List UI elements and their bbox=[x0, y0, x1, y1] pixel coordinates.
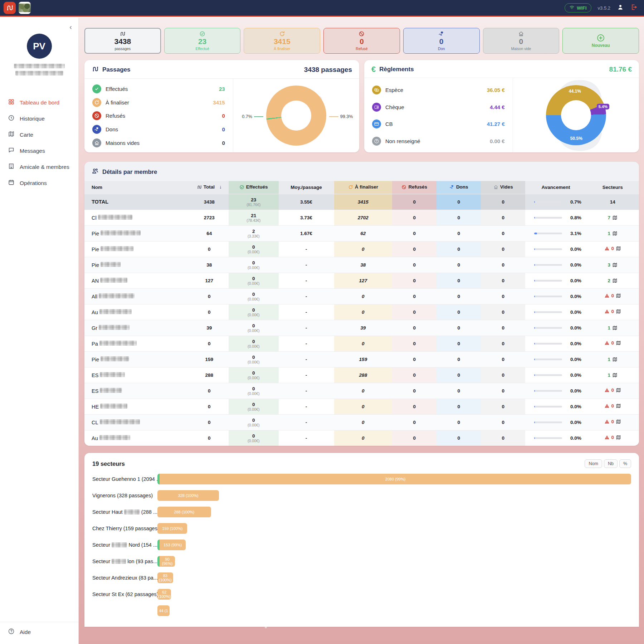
logout-icon[interactable] bbox=[630, 4, 638, 12]
sort-arrow-icon[interactable]: ↓ bbox=[219, 184, 222, 190]
sort-button-nom[interactable]: Nom bbox=[585, 459, 602, 468]
table-row[interactable]: HE00(0.00€)-00000.0%0 bbox=[84, 399, 639, 414]
member-name-redacted bbox=[100, 372, 125, 377]
sort-button-[interactable]: % bbox=[619, 459, 631, 468]
stat-card-maison-vide[interactable]: 0Maison vide bbox=[483, 28, 560, 54]
sector-bar[interactable]: 2080 (99%) bbox=[157, 474, 631, 484]
sort-button-nb[interactable]: Nb bbox=[604, 459, 618, 468]
sector-bar[interactable]: 83 (100%) bbox=[157, 572, 173, 583]
stat-card-passages[interactable]: 3438passages bbox=[84, 28, 161, 54]
table-row[interactable]: ES2880(0.00€)-2880000.0%1 bbox=[84, 367, 639, 383]
stat-card-nouveau[interactable]: Nouveau bbox=[562, 28, 639, 54]
refuses-cell: 0 bbox=[392, 414, 436, 430]
sector-map-link[interactable]: 0 bbox=[604, 340, 621, 346]
sector-bar-area: 153 (99%) bbox=[157, 540, 631, 550]
table-row[interactable]: Pie1590(0.00€)-1590000.0%1 bbox=[84, 351, 639, 367]
column-header-total[interactable]: Total↓ bbox=[190, 181, 229, 194]
avancement-cell: 0.0% bbox=[525, 304, 586, 320]
table-row-total[interactable]: TOTAL343823(81.76€)3.55€34150000.7%14 bbox=[84, 194, 639, 210]
stat-card-don[interactable]: 0Don bbox=[403, 28, 480, 54]
column-header-vides[interactable]: Vides bbox=[481, 181, 525, 194]
column-header--finaliser[interactable]: À finaliser bbox=[334, 181, 392, 194]
reglements-donut-chart: € 44.1%5.4%50.5% bbox=[513, 78, 639, 152]
wifi-badge[interactable]: WIFI bbox=[565, 3, 591, 13]
sector-map-link[interactable]: 1 bbox=[608, 325, 618, 331]
secteurs-cell: 0 bbox=[586, 430, 639, 446]
sector-map-link[interactable]: 0 bbox=[604, 435, 621, 440]
panel-list-item: Chèque4.44 € bbox=[372, 103, 505, 112]
table-row[interactable]: AN1270(0.00€)-1270000.0%2 bbox=[84, 273, 639, 288]
column-header-secteurs[interactable]: Secteurs bbox=[586, 181, 639, 194]
sidebar-item-amicale-membres[interactable]: Amicale & membres bbox=[0, 159, 78, 175]
panel-title: Passages bbox=[102, 66, 130, 73]
sector-map-link[interactable]: 0 bbox=[604, 309, 621, 314]
column-header-moy-passage[interactable]: Moy./passage bbox=[279, 181, 334, 194]
sector-bar[interactable]: 44 (1 bbox=[157, 605, 170, 616]
table-row[interactable]: Pie380(0.00€)-380000.0%3 bbox=[84, 257, 639, 273]
panel-item-value: 36.05 € bbox=[487, 87, 505, 93]
sector-bar[interactable]: 153 (99%) bbox=[157, 540, 186, 550]
stat-card-refus-[interactable]: 0Refusé bbox=[323, 28, 400, 54]
column-header-dons[interactable]: Dons bbox=[436, 181, 481, 194]
column-header-label: Moy./passage bbox=[291, 185, 322, 190]
sectors-title: 19 secteurs bbox=[92, 460, 125, 467]
sector-map-link[interactable]: 1 bbox=[608, 231, 618, 236]
user-icon[interactable] bbox=[617, 4, 624, 12]
sector-map-link[interactable]: 0 bbox=[604, 403, 621, 409]
sector-map-link[interactable]: 0 bbox=[604, 419, 621, 424]
operation-photo-thumbnail[interactable] bbox=[19, 2, 31, 14]
table-row[interactable]: All00(0.00€)-00000.0%0 bbox=[84, 288, 639, 304]
sidebar-item-carte[interactable]: Carte bbox=[0, 127, 78, 143]
table-row[interactable]: Au00(0.00€)-00000.0%0 bbox=[84, 304, 639, 320]
total-cell: 288 bbox=[190, 367, 229, 383]
column-header-effectu-s[interactable]: Effectués bbox=[229, 181, 279, 194]
progress-bar: 0.0% bbox=[525, 388, 586, 394]
table-row[interactable]: Gr390(0.00€)-390000.0%1 bbox=[84, 320, 639, 336]
table-row[interactable]: CL00(0.00€)-00000.0%0 bbox=[84, 414, 639, 430]
table-row[interactable]: ES00(0.00€)-00000.0%0 bbox=[84, 383, 639, 399]
sidebar-collapse-icon[interactable]: ‹ bbox=[69, 24, 72, 29]
route-icon bbox=[92, 65, 99, 74]
sector-map-link[interactable]: 2 bbox=[608, 278, 618, 283]
sidebar-item-tableau-de-bord[interactable]: Tableau de bord bbox=[0, 94, 78, 111]
stat-card-effectu-[interactable]: 23Effectué bbox=[164, 28, 241, 54]
sector-map-link[interactable]: 1 bbox=[608, 372, 618, 378]
stat-card-label: Refusé bbox=[356, 47, 367, 51]
column-header-avancement[interactable]: Avancement bbox=[525, 181, 586, 194]
sidebar-item-aide[interactable]: Aide bbox=[0, 622, 78, 644]
column-header-nom[interactable]: Nom bbox=[84, 181, 190, 194]
column-header-content: Nom bbox=[92, 185, 102, 190]
member-name-redacted bbox=[99, 341, 137, 346]
sidebar: ‹ PV Tableau de bordHistoriqueCarteMessa… bbox=[0, 18, 79, 644]
app-logo-icon[interactable] bbox=[4, 2, 16, 14]
table-row[interactable]: Pie642(3.33€)1.67€620003.1%1 bbox=[84, 225, 639, 241]
sector-map-link[interactable]: 3 bbox=[608, 262, 618, 268]
block-icon bbox=[358, 31, 365, 37]
donut-label: 50.5% bbox=[570, 136, 582, 141]
sector-bar[interactable]: 288 (100%) bbox=[157, 507, 211, 517]
brand bbox=[4, 2, 31, 14]
sector-map-link[interactable]: 0 bbox=[604, 293, 621, 298]
stat-card--finaliser[interactable]: 3415À finaliser bbox=[244, 28, 320, 54]
table-row[interactable]: Pa00(0.00€)-00000.0%0 bbox=[84, 336, 639, 351]
column-header-content: Dons bbox=[449, 184, 468, 190]
route-icon bbox=[119, 31, 126, 37]
table-row[interactable]: Au00(0.00€)-00000.0%0 bbox=[84, 430, 639, 446]
moyenne-cell: - bbox=[279, 399, 334, 414]
table-row[interactable]: Cl272321(78.43€)3.73€27020000.8%7 bbox=[84, 210, 639, 225]
sector-map-link[interactable]: 0 bbox=[604, 387, 621, 393]
sector-bar[interactable]: 90 (96%) bbox=[157, 556, 175, 567]
sector-map-link[interactable]: 7 bbox=[608, 215, 618, 220]
table-row[interactable]: Pie00(0.00€)-00000.0%0 bbox=[84, 241, 639, 257]
sidebar-item-op-rations[interactable]: Opérations bbox=[0, 175, 78, 191]
sector-map-link[interactable]: 0 bbox=[604, 246, 621, 251]
avatar[interactable]: PV bbox=[27, 34, 52, 59]
column-header-refus-s[interactable]: Refusés bbox=[392, 181, 436, 194]
sector-map-link[interactable]: 1 bbox=[608, 357, 618, 362]
sector-bar[interactable]: 62 (100%) bbox=[157, 589, 171, 600]
sector-bar[interactable]: 328 (100%) bbox=[157, 490, 219, 501]
sidebar-item-historique[interactable]: Historique bbox=[0, 111, 78, 127]
sidebar-item-messages[interactable]: Messages bbox=[0, 143, 78, 159]
secteurs-cell: 1 bbox=[586, 351, 639, 367]
sector-bar[interactable]: 159 (100%) bbox=[157, 523, 187, 534]
